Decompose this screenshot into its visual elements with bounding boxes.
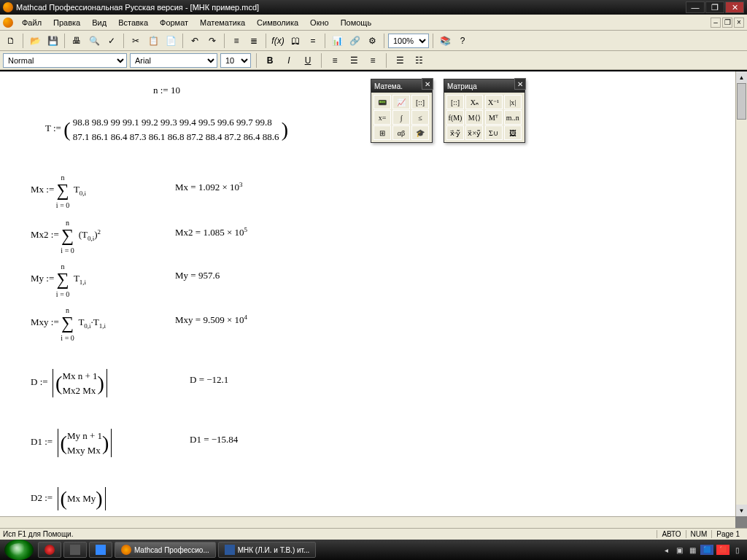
d-result[interactable]: D = −12.1 <box>190 374 228 386</box>
vertical-scrollbar[interactable]: ▲ ▼ <box>735 71 747 516</box>
help-button[interactable]: ? <box>454 33 471 49</box>
d1-result[interactable]: D1 = −15.84 <box>190 434 238 446</box>
save-button[interactable]: 💾 <box>44 33 61 49</box>
mx2-result[interactable]: Mx2 = 1.085 × 105 <box>175 226 247 238</box>
d-definition[interactable]: D := (Mx n + 1Mx2 Mx) <box>31 369 107 397</box>
tray-show-desktop[interactable]: ▯ <box>732 545 743 555</box>
horizontal-scrollbar[interactable] <box>0 516 735 528</box>
vec-icon[interactable]: f(M) <box>446 110 464 125</box>
menu-window[interactable]: Окно <box>306 17 333 28</box>
matins-icon[interactable]: [::] <box>446 95 464 109</box>
size-combo[interactable]: 10 <box>220 53 251 68</box>
scroll-thumb[interactable] <box>737 83 746 120</box>
inverse-icon[interactable]: X⁻¹ <box>485 95 503 109</box>
col-icon[interactable]: M⟨⟩ <box>465 110 483 125</box>
resource-button[interactable]: 📚 <box>437 33 453 49</box>
mdi-minimize-button[interactable]: – <box>711 18 721 28</box>
numbers-button[interactable]: ☷ <box>411 52 427 69</box>
minimize-button[interactable]: — <box>686 1 705 13</box>
my-definition[interactable]: My := ∑ni = 0 T1,i <box>31 270 86 289</box>
unit-button[interactable]: 🕮 <box>287 33 303 49</box>
calc2-icon[interactable]: ∫ <box>392 110 410 125</box>
aligncenter-button[interactable]: ☰ <box>346 52 362 69</box>
undo-button[interactable]: ↶ <box>187 33 203 49</box>
bullets-button[interactable]: ☰ <box>392 52 408 69</box>
component2-button[interactable]: 🔗 <box>347 33 363 49</box>
restore-button[interactable]: ❐ <box>705 1 724 13</box>
preview-button[interactable]: 🔍 <box>86 33 102 49</box>
cross-icon[interactable]: x⃗·ỹ <box>446 125 464 140</box>
tray-chevron-icon[interactable]: ◂ <box>661 545 671 555</box>
tray-lang1[interactable]: 🟦 <box>700 545 713 555</box>
math-palette-close[interactable]: ✕ <box>422 78 433 90</box>
italic-button[interactable]: I <box>281 52 297 69</box>
bold-button[interactable]: B <box>262 52 278 69</box>
range-icon[interactable]: m..n <box>504 110 522 125</box>
task-mathcad[interactable]: Mathcad Профессио... <box>115 542 216 558</box>
zoom-combo[interactable]: 100% <box>388 34 429 48</box>
menu-format[interactable]: Формат <box>155 17 193 28</box>
quick-app1[interactable] <box>38 542 61 558</box>
task-word[interactable]: МНК (Л.И. и Т.В.) ит... <box>218 542 317 558</box>
cut-button[interactable]: ✂ <box>128 33 144 49</box>
tray-icon-2[interactable]: ▦ <box>687 545 697 555</box>
tray-lang2[interactable]: 🟥 <box>716 545 729 555</box>
graph-icon[interactable]: 📈 <box>392 95 410 109</box>
mx2-definition[interactable]: Mx2 := ∑ni = 0 (T0,i)2 <box>31 226 101 246</box>
quick-app2[interactable] <box>63 542 87 558</box>
prog-icon[interactable]: ⊞ <box>374 125 391 140</box>
eval-icon[interactable]: x= <box>374 110 391 125</box>
component3-button[interactable]: ⚙ <box>364 33 380 49</box>
paste-button[interactable]: 📄 <box>163 33 179 49</box>
dot-icon[interactable]: x⃗×ỹ <box>465 125 483 140</box>
align-button[interactable]: ≡ <box>228 33 244 49</box>
subscript-icon[interactable]: Xₙ <box>465 95 483 109</box>
transpose-icon[interactable]: Mᵀ <box>485 110 503 125</box>
scroll-up-icon[interactable]: ▲ <box>736 71 747 83</box>
tray-icon-1[interactable]: ▣ <box>674 545 684 555</box>
style-combo[interactable]: Normal <box>3 53 127 68</box>
menu-insert[interactable]: Вставка <box>114 17 152 28</box>
menu-view[interactable]: Вид <box>88 17 111 28</box>
menu-edit[interactable]: Правка <box>49 17 85 28</box>
copy-button[interactable]: 📋 <box>145 33 161 49</box>
calc-icon[interactable]: 📟 <box>374 95 391 109</box>
alignleft-button[interactable]: ≡ <box>327 52 343 69</box>
sumv-icon[interactable]: Σ∪ <box>485 125 503 140</box>
calc-button[interactable]: = <box>305 33 321 49</box>
redo-button[interactable]: ↷ <box>204 33 220 49</box>
greek-icon[interactable]: αβ <box>392 125 410 140</box>
mdi-restore-button[interactable]: ❐ <box>722 18 732 28</box>
quick-app3[interactable] <box>89 542 112 558</box>
underline-button[interactable]: U <box>300 52 316 69</box>
alignright-button[interactable]: ≡ <box>365 52 381 69</box>
menu-help[interactable]: Помощь <box>336 17 376 28</box>
d2-definition[interactable]: D2 := (Mx My) <box>31 487 106 510</box>
component1-button[interactable]: 📊 <box>329 33 345 49</box>
function-button[interactable]: f(x) <box>270 33 286 49</box>
math-palette[interactable]: Матема.✕ 📟 📈 [::] x= ∫ ≤ ⊞ αβ 🎓 <box>371 79 433 143</box>
t-matrix[interactable]: T := ( 98.8 98.9 99 99.1 99.2 99.3 99.4 … <box>45 115 288 144</box>
close-button[interactable]: ✕ <box>725 1 744 13</box>
d1-definition[interactable]: D1 := (My n + 1Mxy Mx) <box>31 429 112 457</box>
mxy-result[interactable]: Mxy = 9.509 × 104 <box>175 314 247 326</box>
symb-icon[interactable]: 🎓 <box>411 125 429 140</box>
n-definition[interactable]: n := 10 <box>153 85 180 96</box>
document-area[interactable]: n := 10 T := ( 98.8 98.9 99 99.1 99.2 99… <box>0 71 735 516</box>
open-button[interactable]: 📂 <box>27 33 43 49</box>
my-result[interactable]: My = 957.6 <box>175 270 220 281</box>
mxy-definition[interactable]: Mxy := ∑ni = 0 T0,i·T1,i <box>31 314 106 333</box>
new-button[interactable]: 🗋 <box>3 33 19 49</box>
mdi-icon[interactable] <box>3 18 13 28</box>
font-combo[interactable]: Arial <box>130 53 217 68</box>
mx-definition[interactable]: Mx := ∑ni = 0 T0,i <box>31 181 86 201</box>
matrix-palette-close[interactable]: ✕ <box>514 78 526 90</box>
menu-symbolic[interactable]: Символика <box>252 17 303 28</box>
pic-icon[interactable]: 🖼 <box>504 125 522 140</box>
menu-file[interactable]: Файл <box>18 17 46 28</box>
bool-icon[interactable]: ≤ <box>411 110 429 125</box>
mdi-close-button[interactable]: × <box>734 18 744 28</box>
spell-button[interactable]: ✓ <box>104 33 120 49</box>
matrix-icon[interactable]: [::] <box>411 95 429 109</box>
scroll-down-icon[interactable]: ▼ <box>736 505 747 516</box>
